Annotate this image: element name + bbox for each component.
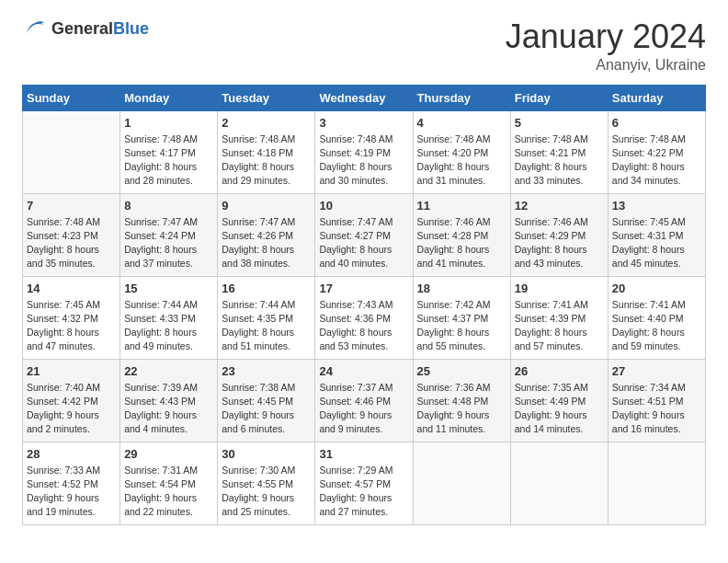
calendar-cell: 23Sunrise: 7:38 AM Sunset: 4:45 PM Dayli… xyxy=(218,359,315,442)
month-title: January 2024 xyxy=(506,18,706,55)
day-number: 14 xyxy=(27,282,116,295)
day-number: 15 xyxy=(124,282,213,295)
calendar-cell: 12Sunrise: 7:46 AM Sunset: 4:29 PM Dayli… xyxy=(510,193,608,276)
calendar-cell: 28Sunrise: 7:33 AM Sunset: 4:52 PM Dayli… xyxy=(23,442,120,524)
day-number: 30 xyxy=(222,447,311,461)
logo-icon xyxy=(22,18,48,39)
title-area: January 2024 Ananyiv, Ukraine xyxy=(506,18,706,74)
day-details: Sunrise: 7:43 AM Sunset: 4:36 PM Dayligh… xyxy=(319,298,408,354)
calendar-cell: 7Sunrise: 7:48 AM Sunset: 4:23 PM Daylig… xyxy=(23,193,120,276)
day-number: 28 xyxy=(27,447,116,461)
calendar-cell: 11Sunrise: 7:46 AM Sunset: 4:28 PM Dayli… xyxy=(413,193,510,276)
weekday-header-monday: Monday xyxy=(120,85,218,110)
day-number: 23 xyxy=(222,364,311,378)
day-number: 29 xyxy=(124,447,213,461)
day-number: 2 xyxy=(222,116,311,130)
day-details: Sunrise: 7:29 AM Sunset: 4:57 PM Dayligh… xyxy=(319,464,408,520)
day-number: 5 xyxy=(515,116,604,130)
day-number: 10 xyxy=(319,199,408,213)
day-details: Sunrise: 7:40 AM Sunset: 4:42 PM Dayligh… xyxy=(27,381,116,437)
calendar-cell: 1Sunrise: 7:48 AM Sunset: 4:17 PM Daylig… xyxy=(120,110,218,193)
calendar-cell: 25Sunrise: 7:36 AM Sunset: 4:48 PM Dayli… xyxy=(413,359,510,442)
day-number: 18 xyxy=(417,282,506,295)
day-number: 24 xyxy=(319,364,408,378)
day-details: Sunrise: 7:48 AM Sunset: 4:21 PM Dayligh… xyxy=(515,132,604,189)
calendar-cell: 21Sunrise: 7:40 AM Sunset: 4:42 PM Dayli… xyxy=(23,359,120,442)
calendar-cell: 3Sunrise: 7:48 AM Sunset: 4:19 PM Daylig… xyxy=(315,110,413,193)
calendar-cell: 17Sunrise: 7:43 AM Sunset: 4:36 PM Dayli… xyxy=(315,276,413,359)
calendar-cell: 18Sunrise: 7:42 AM Sunset: 4:37 PM Dayli… xyxy=(413,276,510,359)
day-details: Sunrise: 7:44 AM Sunset: 4:35 PM Dayligh… xyxy=(222,298,311,354)
day-details: Sunrise: 7:48 AM Sunset: 4:19 PM Dayligh… xyxy=(319,132,408,189)
day-number: 16 xyxy=(222,282,311,295)
calendar-cell: 4Sunrise: 7:48 AM Sunset: 4:20 PM Daylig… xyxy=(413,110,510,193)
logo: GeneralBlue xyxy=(22,18,149,39)
weekday-header-tuesday: Tuesday xyxy=(218,85,315,110)
day-details: Sunrise: 7:45 AM Sunset: 4:31 PM Dayligh… xyxy=(612,215,701,271)
calendar-cell: 29Sunrise: 7:31 AM Sunset: 4:54 PM Dayli… xyxy=(120,442,218,524)
day-details: Sunrise: 7:46 AM Sunset: 4:29 PM Dayligh… xyxy=(515,215,604,271)
calendar-cell xyxy=(23,110,120,193)
calendar-cell: 13Sunrise: 7:45 AM Sunset: 4:31 PM Dayli… xyxy=(608,193,705,276)
calendar-cell: 24Sunrise: 7:37 AM Sunset: 4:46 PM Dayli… xyxy=(315,359,413,442)
calendar-table: SundayMondayTuesdayWednesdayThursdayFrid… xyxy=(22,85,706,525)
day-details: Sunrise: 7:48 AM Sunset: 4:23 PM Dayligh… xyxy=(27,215,116,271)
day-details: Sunrise: 7:44 AM Sunset: 4:33 PM Dayligh… xyxy=(124,298,213,354)
day-number: 4 xyxy=(417,116,506,130)
weekday-header-wednesday: Wednesday xyxy=(315,85,413,110)
day-details: Sunrise: 7:48 AM Sunset: 4:20 PM Dayligh… xyxy=(417,132,506,189)
day-details: Sunrise: 7:48 AM Sunset: 4:17 PM Dayligh… xyxy=(124,132,213,189)
day-number: 19 xyxy=(515,282,604,295)
day-details: Sunrise: 7:33 AM Sunset: 4:52 PM Dayligh… xyxy=(27,464,116,520)
calendar-cell xyxy=(510,442,608,524)
day-number: 13 xyxy=(612,199,701,213)
day-details: Sunrise: 7:45 AM Sunset: 4:32 PM Dayligh… xyxy=(27,298,116,354)
calendar-week-row: 1Sunrise: 7:48 AM Sunset: 4:17 PM Daylig… xyxy=(23,110,706,193)
day-details: Sunrise: 7:46 AM Sunset: 4:28 PM Dayligh… xyxy=(417,215,506,271)
calendar-cell: 9Sunrise: 7:47 AM Sunset: 4:26 PM Daylig… xyxy=(218,193,315,276)
logo-blue: Blue xyxy=(113,19,149,38)
day-details: Sunrise: 7:38 AM Sunset: 4:45 PM Dayligh… xyxy=(222,381,311,437)
logo-text: GeneralBlue xyxy=(51,19,149,39)
calendar-week-row: 7Sunrise: 7:48 AM Sunset: 4:23 PM Daylig… xyxy=(23,193,706,276)
day-details: Sunrise: 7:30 AM Sunset: 4:55 PM Dayligh… xyxy=(222,464,311,520)
day-details: Sunrise: 7:48 AM Sunset: 4:22 PM Dayligh… xyxy=(612,132,701,189)
day-details: Sunrise: 7:34 AM Sunset: 4:51 PM Dayligh… xyxy=(612,381,701,437)
day-details: Sunrise: 7:47 AM Sunset: 4:26 PM Dayligh… xyxy=(222,215,311,271)
day-details: Sunrise: 7:47 AM Sunset: 4:24 PM Dayligh… xyxy=(124,215,213,271)
weekday-header-thursday: Thursday xyxy=(413,85,510,110)
day-details: Sunrise: 7:48 AM Sunset: 4:18 PM Dayligh… xyxy=(222,132,311,189)
calendar-cell xyxy=(413,442,510,524)
day-number: 12 xyxy=(515,199,604,213)
day-details: Sunrise: 7:35 AM Sunset: 4:49 PM Dayligh… xyxy=(515,381,604,437)
calendar-cell: 30Sunrise: 7:30 AM Sunset: 4:55 PM Dayli… xyxy=(218,442,315,524)
day-details: Sunrise: 7:41 AM Sunset: 4:39 PM Dayligh… xyxy=(515,298,604,354)
weekday-header-saturday: Saturday xyxy=(608,85,705,110)
calendar-cell: 6Sunrise: 7:48 AM Sunset: 4:22 PM Daylig… xyxy=(608,110,705,193)
calendar-cell xyxy=(608,442,705,524)
calendar-cell: 22Sunrise: 7:39 AM Sunset: 4:43 PM Dayli… xyxy=(120,359,218,442)
day-number: 9 xyxy=(222,199,311,213)
weekday-header-sunday: Sunday xyxy=(23,85,120,110)
day-number: 27 xyxy=(612,364,701,378)
calendar-cell: 5Sunrise: 7:48 AM Sunset: 4:21 PM Daylig… xyxy=(510,110,608,193)
calendar-cell: 19Sunrise: 7:41 AM Sunset: 4:39 PM Dayli… xyxy=(510,276,608,359)
day-number: 17 xyxy=(319,282,408,295)
day-details: Sunrise: 7:41 AM Sunset: 4:40 PM Dayligh… xyxy=(612,298,701,354)
day-number: 7 xyxy=(27,199,116,213)
calendar-cell: 20Sunrise: 7:41 AM Sunset: 4:40 PM Dayli… xyxy=(608,276,705,359)
day-number: 11 xyxy=(417,199,506,213)
weekday-header-row: SundayMondayTuesdayWednesdayThursdayFrid… xyxy=(23,85,706,110)
calendar-cell: 26Sunrise: 7:35 AM Sunset: 4:49 PM Dayli… xyxy=(510,359,608,442)
calendar-cell: 15Sunrise: 7:44 AM Sunset: 4:33 PM Dayli… xyxy=(120,276,218,359)
calendar-cell: 8Sunrise: 7:47 AM Sunset: 4:24 PM Daylig… xyxy=(120,193,218,276)
weekday-header-friday: Friday xyxy=(510,85,608,110)
day-number: 26 xyxy=(515,364,604,378)
calendar-week-row: 28Sunrise: 7:33 AM Sunset: 4:52 PM Dayli… xyxy=(23,442,706,524)
day-number: 20 xyxy=(612,282,701,295)
day-number: 21 xyxy=(27,364,116,378)
calendar-cell: 2Sunrise: 7:48 AM Sunset: 4:18 PM Daylig… xyxy=(218,110,315,193)
day-number: 1 xyxy=(124,116,213,130)
day-number: 22 xyxy=(124,364,213,378)
day-number: 31 xyxy=(319,447,408,461)
